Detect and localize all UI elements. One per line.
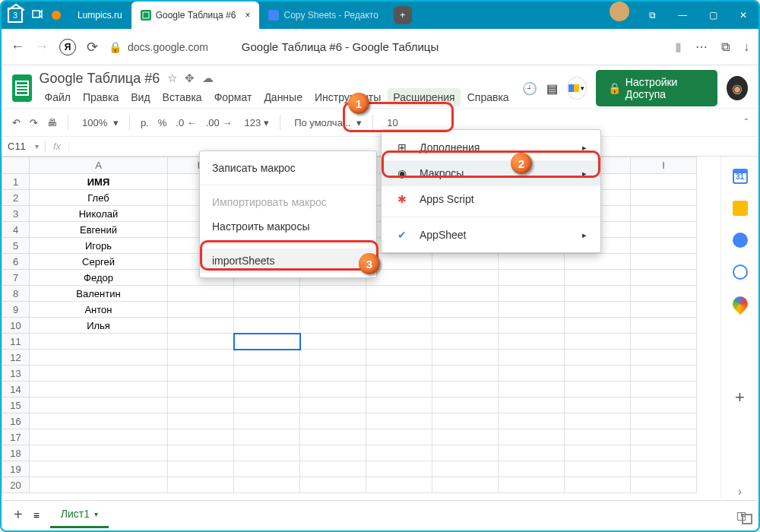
cell[interactable] [366,334,432,350]
cell[interactable] [565,397,631,413]
cell[interactable] [168,397,234,413]
menu-item-custom-macro[interactable]: importSheets [200,249,376,273]
cell[interactable] [168,461,234,477]
row-header[interactable]: 1 [2,174,30,190]
home-tab-button[interactable]: 3 [8,8,23,23]
row-header[interactable]: 10 [2,318,30,334]
cell[interactable] [234,461,300,477]
cell[interactable] [300,366,366,382]
cell[interactable]: ИМЯ [30,174,168,190]
tab-close-icon[interactable]: × [245,10,250,21]
cell[interactable] [168,477,234,493]
cell[interactable] [631,477,697,493]
cell[interactable] [300,334,366,350]
cell[interactable] [300,302,366,318]
name-box[interactable]: C11▾ [2,141,46,152]
row-header[interactable]: 8 [2,286,30,302]
cell[interactable] [234,413,300,429]
cell[interactable] [565,270,631,286]
contacts-icon[interactable] [733,264,748,280]
cell[interactable] [631,286,697,302]
cell[interactable] [631,206,697,222]
cell[interactable] [366,477,432,493]
cell[interactable] [30,334,168,350]
cell[interactable] [366,366,432,382]
font-size-select[interactable]: 10 [381,117,404,128]
cell[interactable] [234,302,300,318]
keep-icon[interactable] [733,201,748,216]
account-avatar[interactable]: ◉ [727,76,748,100]
cell[interactable] [30,397,168,413]
cell[interactable] [168,334,234,350]
add-sheet-button[interactable]: + [14,506,23,524]
cell[interactable]: Николай [30,206,168,222]
cell[interactable] [30,350,168,366]
cell[interactable] [366,429,432,445]
cell[interactable] [565,429,631,445]
cell[interactable] [631,190,697,206]
yandex-button[interactable]: Я [59,39,76,55]
cell[interactable] [432,334,499,350]
cell[interactable] [631,302,697,318]
cell[interactable] [432,254,499,270]
cell[interactable] [30,477,168,493]
cell[interactable]: Игорь [30,238,168,254]
maximize-button[interactable]: ▢ [698,2,728,29]
cell[interactable] [499,429,565,445]
cell[interactable] [30,429,168,445]
cell[interactable] [30,366,168,382]
menu-item-appsheet[interactable]: ✔ AppSheet▸ [382,222,600,248]
cell[interactable] [631,270,697,286]
cell[interactable] [565,477,631,493]
back-button[interactable]: ← [11,39,24,55]
cell[interactable] [565,413,631,429]
menu-file[interactable]: Файл [40,88,76,106]
browser-tab[interactable]: Lumpics.ru [68,2,131,29]
collapse-toolbar-button[interactable]: ˆ [742,117,751,128]
cell[interactable] [300,286,366,302]
cell[interactable] [366,302,432,318]
cell[interactable] [631,413,697,429]
col-header[interactable]: A [30,157,168,174]
minimize-button[interactable]: — [667,2,698,29]
row-header[interactable]: 4 [2,222,30,238]
menu-insert[interactable]: Вставка [157,88,207,106]
cell[interactable] [565,318,631,334]
cell[interactable] [168,429,234,445]
cell[interactable] [234,445,300,461]
cell[interactable] [499,302,565,318]
cell[interactable] [432,270,499,286]
cell[interactable] [631,397,697,413]
cell[interactable] [366,382,432,397]
cell[interactable] [30,461,168,477]
dec-decimal-button[interactable]: .0 ← [173,117,199,128]
cell[interactable] [30,445,168,461]
cell[interactable] [499,334,565,350]
undo-button[interactable]: ↶ [9,117,24,128]
row-header[interactable]: 9 [2,302,30,318]
cell[interactable] [234,477,300,493]
row-header[interactable]: 6 [2,254,30,270]
cell[interactable] [631,461,697,477]
cell[interactable] [168,382,234,397]
cell[interactable] [234,429,300,445]
close-button[interactable]: ✕ [728,2,758,29]
cell[interactable] [300,413,366,429]
cell[interactable] [300,461,366,477]
cell[interactable] [432,286,499,302]
cell[interactable] [565,254,631,270]
cell[interactable]: Антон [30,302,168,318]
cell[interactable]: Глеб [30,190,168,206]
row-header[interactable]: 2 [2,190,30,206]
cell[interactable] [234,318,300,334]
cell[interactable]: Евгений [30,222,168,238]
cell[interactable] [168,445,234,461]
all-sheets-button[interactable]: ≡ [33,509,40,521]
format-menu[interactable]: 123▾ [238,117,272,128]
menu-item-manage-macros[interactable]: Настроить макросы [200,214,376,239]
cell[interactable] [565,382,631,397]
zoom-select[interactable]: 100% ▾ [76,117,122,128]
cell[interactable] [168,318,234,334]
row-header[interactable]: 12 [2,350,30,366]
cell[interactable] [234,366,300,382]
